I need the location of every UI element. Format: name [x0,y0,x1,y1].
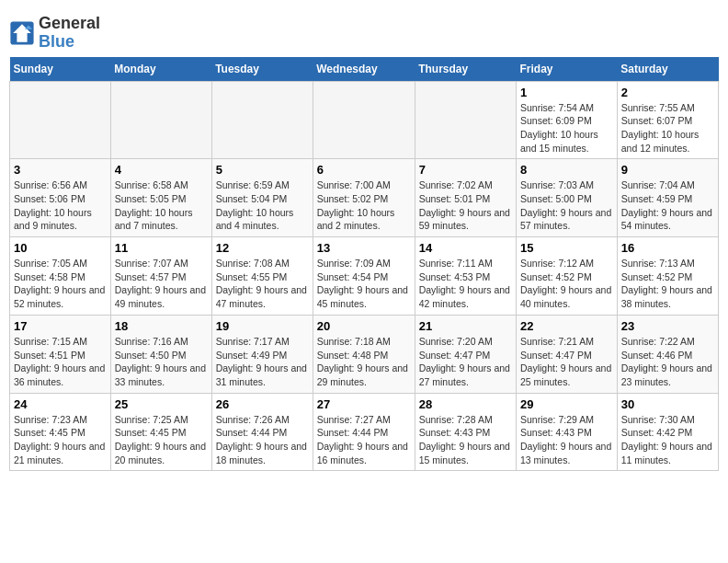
calendar-cell: 17Sunrise: 7:15 AM Sunset: 4:51 PM Dayli… [10,315,111,393]
calendar-cell: 16Sunrise: 7:13 AM Sunset: 4:52 PM Dayli… [617,237,718,316]
calendar-cell: 3Sunrise: 6:56 AM Sunset: 5:06 PM Daylig… [10,159,111,237]
day-number: 16 [621,241,714,255]
day-number: 15 [520,241,613,255]
calendar-cell: 11Sunrise: 7:07 AM Sunset: 4:57 PM Dayli… [110,237,211,316]
calendar-cell: 19Sunrise: 7:17 AM Sunset: 4:49 PM Dayli… [211,315,313,393]
day-info: Sunrise: 7:20 AM Sunset: 4:47 PM Dayligh… [419,335,512,389]
day-info: Sunrise: 7:55 AM Sunset: 6:07 PM Dayligh… [621,101,714,155]
day-info: Sunrise: 7:08 AM Sunset: 4:55 PM Dayligh… [216,257,309,311]
day-info: Sunrise: 7:25 AM Sunset: 4:45 PM Dayligh… [115,413,208,467]
day-info: Sunrise: 7:27 AM Sunset: 4:44 PM Dayligh… [317,413,411,467]
day-number: 19 [216,319,309,333]
column-header-tuesday: Tuesday [211,57,313,82]
day-number: 4 [115,163,208,177]
day-number: 21 [419,319,512,333]
calendar-header-row: SundayMondayTuesdayWednesdayThursdayFrid… [10,57,719,82]
day-info: Sunrise: 7:30 AM Sunset: 4:42 PM Dayligh… [621,413,714,467]
logo-text: General Blue [39,15,100,52]
day-number: 20 [317,319,411,333]
day-info: Sunrise: 7:05 AM Sunset: 4:58 PM Dayligh… [14,257,107,311]
calendar-cell: 5Sunrise: 6:59 AM Sunset: 5:04 PM Daylig… [211,159,313,237]
day-info: Sunrise: 7:07 AM Sunset: 4:57 PM Dayligh… [115,257,208,311]
column-header-monday: Monday [110,57,211,82]
column-header-friday: Friday [517,57,618,82]
day-info: Sunrise: 7:00 AM Sunset: 5:02 PM Dayligh… [317,178,411,233]
day-info: Sunrise: 7:17 AM Sunset: 4:49 PM Dayligh… [216,335,309,389]
calendar-cell: 20Sunrise: 7:18 AM Sunset: 4:48 PM Dayli… [313,315,415,393]
day-number: 10 [14,241,107,255]
day-info: Sunrise: 7:21 AM Sunset: 4:47 PM Dayligh… [520,335,613,389]
day-number: 12 [216,241,309,255]
day-number: 9 [621,163,714,177]
day-number: 6 [317,163,411,177]
day-info: Sunrise: 7:03 AM Sunset: 5:00 PM Dayligh… [520,178,613,233]
day-number: 11 [115,241,208,255]
calendar-cell: 9Sunrise: 7:04 AM Sunset: 4:59 PM Daylig… [617,159,718,237]
day-number: 1 [520,86,613,99]
day-info: Sunrise: 7:13 AM Sunset: 4:52 PM Dayligh… [621,257,714,311]
calendar-cell: 23Sunrise: 7:22 AM Sunset: 4:46 PM Dayli… [617,315,718,393]
calendar-cell [313,81,415,159]
calendar-cell [110,81,211,159]
day-info: Sunrise: 7:04 AM Sunset: 4:59 PM Dayligh… [621,178,714,233]
day-number: 2 [621,86,714,99]
day-number: 5 [216,163,309,177]
day-number: 8 [520,163,613,177]
day-number: 7 [419,163,512,177]
calendar-week-row: 3Sunrise: 6:56 AM Sunset: 5:06 PM Daylig… [10,159,719,237]
column-header-thursday: Thursday [415,57,516,82]
calendar-cell: 27Sunrise: 7:27 AM Sunset: 4:44 PM Dayli… [313,393,415,471]
day-info: Sunrise: 7:12 AM Sunset: 4:52 PM Dayligh… [520,257,613,311]
calendar-cell: 18Sunrise: 7:16 AM Sunset: 4:50 PM Dayli… [110,315,211,393]
calendar-week-row: 24Sunrise: 7:23 AM Sunset: 4:45 PM Dayli… [10,393,719,471]
calendar-cell: 6Sunrise: 7:00 AM Sunset: 5:02 PM Daylig… [313,159,415,237]
day-info: Sunrise: 7:26 AM Sunset: 4:44 PM Dayligh… [216,413,309,467]
day-number: 14 [419,241,512,255]
calendar-week-row: 1Sunrise: 7:54 AM Sunset: 6:09 PM Daylig… [10,81,719,159]
day-info: Sunrise: 7:28 AM Sunset: 4:43 PM Dayligh… [419,413,512,467]
day-number: 24 [14,397,107,411]
calendar-cell [211,81,313,159]
calendar-cell: 10Sunrise: 7:05 AM Sunset: 4:58 PM Dayli… [10,237,111,316]
day-info: Sunrise: 6:56 AM Sunset: 5:06 PM Dayligh… [14,178,107,233]
calendar-cell [415,81,516,159]
day-info: Sunrise: 7:18 AM Sunset: 4:48 PM Dayligh… [317,335,411,389]
day-number: 22 [520,319,613,333]
page-header: General Blue [9,9,719,52]
calendar-week-row: 17Sunrise: 7:15 AM Sunset: 4:51 PM Dayli… [10,315,719,393]
day-number: 13 [317,241,411,255]
calendar-cell: 28Sunrise: 7:28 AM Sunset: 4:43 PM Dayli… [415,393,516,471]
day-info: Sunrise: 7:23 AM Sunset: 4:45 PM Dayligh… [14,413,107,467]
day-info: Sunrise: 7:09 AM Sunset: 4:54 PM Dayligh… [317,257,411,311]
day-number: 29 [520,397,613,411]
calendar-cell: 8Sunrise: 7:03 AM Sunset: 5:00 PM Daylig… [517,159,618,237]
calendar-cell: 14Sunrise: 7:11 AM Sunset: 4:53 PM Dayli… [415,237,516,316]
column-header-saturday: Saturday [617,57,718,82]
calendar-cell: 25Sunrise: 7:25 AM Sunset: 4:45 PM Dayli… [110,393,211,471]
day-number: 28 [419,397,512,411]
day-number: 27 [317,397,411,411]
day-info: Sunrise: 7:29 AM Sunset: 4:43 PM Dayligh… [520,413,613,467]
calendar-table: SundayMondayTuesdayWednesdayThursdayFrid… [9,57,719,472]
day-info: Sunrise: 6:59 AM Sunset: 5:04 PM Dayligh… [216,178,309,233]
column-header-wednesday: Wednesday [313,57,415,82]
calendar-cell: 1Sunrise: 7:54 AM Sunset: 6:09 PM Daylig… [517,81,618,159]
calendar-cell: 24Sunrise: 7:23 AM Sunset: 4:45 PM Dayli… [10,393,111,471]
calendar-week-row: 10Sunrise: 7:05 AM Sunset: 4:58 PM Dayli… [10,237,719,316]
day-info: Sunrise: 7:15 AM Sunset: 4:51 PM Dayligh… [14,335,107,389]
day-info: Sunrise: 7:16 AM Sunset: 4:50 PM Dayligh… [115,335,208,389]
day-number: 3 [14,163,107,177]
calendar-cell: 2Sunrise: 7:55 AM Sunset: 6:07 PM Daylig… [617,81,718,159]
day-number: 25 [115,397,208,411]
calendar-cell: 29Sunrise: 7:29 AM Sunset: 4:43 PM Dayli… [517,393,618,471]
calendar-cell: 4Sunrise: 6:58 AM Sunset: 5:05 PM Daylig… [110,159,211,237]
day-info: Sunrise: 7:54 AM Sunset: 6:09 PM Dayligh… [520,101,613,155]
day-info: Sunrise: 7:02 AM Sunset: 5:01 PM Dayligh… [419,178,512,233]
calendar-cell: 26Sunrise: 7:26 AM Sunset: 4:44 PM Dayli… [211,393,313,471]
day-number: 26 [216,397,309,411]
logo: General Blue [9,15,100,52]
logo-icon [9,20,35,46]
calendar-cell: 12Sunrise: 7:08 AM Sunset: 4:55 PM Dayli… [211,237,313,316]
day-number: 23 [621,319,714,333]
day-info: Sunrise: 6:58 AM Sunset: 5:05 PM Dayligh… [115,178,208,233]
